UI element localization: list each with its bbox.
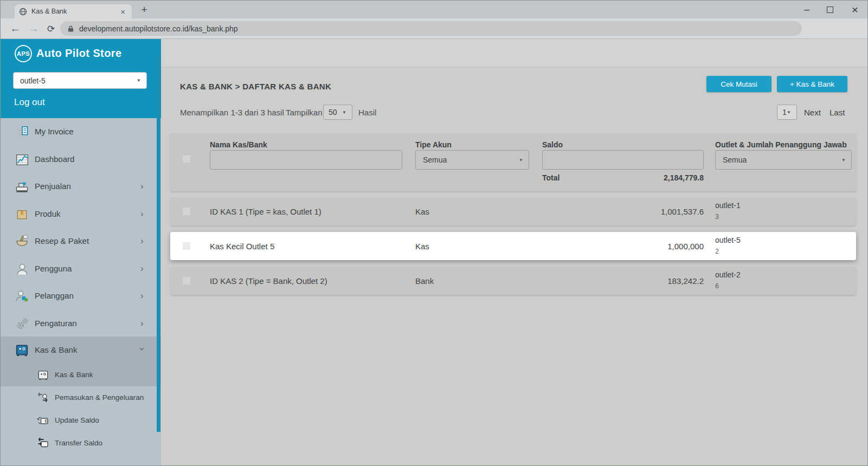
- chevron-down-icon: ›: [137, 347, 147, 351]
- caret-down-icon: ▼: [137, 78, 141, 83]
- row-checkbox[interactable]: [183, 242, 190, 250]
- row-checkbox[interactable]: [183, 208, 190, 215]
- sidebar-item-kas-bank[interactable]: Kas & Bank ›: [1, 336, 161, 364]
- forward-button[interactable]: →: [25, 21, 42, 37]
- tipe-filter-select[interactable]: Semua ▼: [415, 150, 529, 170]
- row-outlet: outlet-1: [715, 201, 741, 210]
- table-row-highlighted[interactable]: Kas Kecil Outlet 5 Kas 1,000,000 outlet-…: [170, 232, 856, 260]
- safe-icon: [15, 343, 29, 358]
- window-restore-button[interactable]: [819, 1, 841, 18]
- sidebar-item-pelanggan[interactable]: Pelanggan ›: [1, 282, 161, 309]
- row-outlet: outlet-5: [715, 236, 741, 244]
- page-size-select[interactable]: 50 ▼: [323, 105, 352, 120]
- dashboard-chart-icon: [15, 152, 29, 167]
- row-jumlah: 6: [715, 282, 719, 290]
- tipe-filter-value: Semua: [423, 156, 519, 164]
- row-saldo: 183,242.2: [542, 276, 704, 286]
- lock-icon: [68, 25, 74, 33]
- wallet-transfer-icon: [36, 437, 49, 450]
- chevron-right-icon: ›: [140, 209, 144, 219]
- browser-tab[interactable]: Kas & Bank ×: [15, 4, 132, 18]
- safe-outline-icon: [36, 368, 49, 381]
- window-close-button[interactable]: ×: [844, 1, 866, 18]
- page-area: APS Auto Pilot Store outlet-5 ▼ Log out …: [1, 39, 867, 465]
- back-button[interactable]: ←: [7, 21, 23, 37]
- row-jumlah: 3: [715, 213, 719, 221]
- browser-toolbar: ← → ⟳ development.autopilotstore.co.id/k…: [1, 18, 867, 39]
- sidebar-item-label: Produk: [35, 209, 61, 218]
- address-bar[interactable]: development.autopilotstore.co.id/kas_ban…: [60, 21, 802, 36]
- total-value: 2,184,779.8: [542, 173, 704, 182]
- tampilkan-label: Tampilkan: [286, 108, 323, 117]
- brand-title: Auto Pilot Store: [36, 47, 122, 60]
- nama-filter-input[interactable]: [210, 150, 402, 170]
- submenu-item-pemasukan-pengeluaran[interactable]: Pemasukan & Pengeluaran: [1, 386, 161, 409]
- row-name: Kas Kecil Outlet 5: [210, 242, 274, 251]
- sidebar-item-pengaturan[interactable]: Pengaturan ›: [1, 310, 161, 337]
- content-top-strip: [161, 39, 867, 67]
- outlet-select[interactable]: outlet-5 ▼: [13, 72, 147, 89]
- caret-down-icon: ▼: [342, 110, 346, 115]
- sidebar-item-resep-paket[interactable]: Resep & Paket ›: [1, 228, 161, 255]
- sidebar-item-my-invoice[interactable]: My Invoice: [1, 118, 161, 145]
- row-checkbox[interactable]: [183, 277, 190, 284]
- outlet-column-header: Outlet & Jumlah Penanggung Jawab: [715, 140, 847, 149]
- submenu-item-label: Pemasukan & Pengeluaran: [55, 393, 144, 402]
- sidebar-scrollbar[interactable]: [157, 57, 160, 432]
- sidebar-item-penjualan[interactable]: Penjualan ›: [1, 173, 161, 200]
- row-name: ID KAS 2 (Tipe = Bank, Outlet 2): [210, 276, 327, 286]
- url-text: development.autopilotstore.co.id/kas_ban…: [79, 24, 238, 33]
- restore-icon: [827, 7, 833, 13]
- outlet-filter-select[interactable]: Semua ▼: [715, 150, 852, 170]
- sidebar-item-dashboard[interactable]: Dashboard: [1, 146, 161, 173]
- breadcrumb: KAS & BANK > DAFTAR KAS & BANK: [180, 82, 331, 91]
- row-tipe: Kas: [415, 242, 429, 251]
- sidebar: APS Auto Pilot Store outlet-5 ▼ Log out …: [1, 39, 161, 465]
- main-content: KAS & BANK > DAFTAR KAS & BANK Cek Mutas…: [161, 39, 867, 465]
- outlet-select-value: outlet-5: [20, 76, 137, 85]
- customer-icon: [15, 289, 29, 303]
- filter-panel: Nama Kas/Bank Tipe Akun Semua ▼ Saldo Ou…: [170, 133, 856, 191]
- select-all-checkbox[interactable]: [183, 155, 190, 163]
- page-number-value: 1: [782, 108, 787, 116]
- cek-mutasi-button[interactable]: Cek Mutasi: [706, 76, 771, 92]
- chevron-right-icon: ›: [140, 290, 144, 301]
- table-row[interactable]: ID KAS 2 (Tipe = Bank, Outlet 2) Bank 18…: [170, 267, 856, 295]
- submenu-item-update-saldo[interactable]: Update Saldo: [1, 409, 161, 432]
- nama-column-header: Nama Kas/Bank: [210, 140, 267, 149]
- aps-logo: APS: [15, 45, 32, 62]
- in-out-arrows-icon: [36, 391, 49, 404]
- submenu-item-kas-bank[interactable]: Kas & Bank: [1, 364, 161, 386]
- sidebar-item-label: Pengguna: [35, 264, 72, 273]
- submenu-item-label: Update Saldo: [55, 416, 99, 424]
- reload-button[interactable]: ⟳: [43, 21, 59, 37]
- wallet-refresh-icon: [36, 414, 49, 427]
- row-name: ID KAS 1 (Tipe = kas, Outlet 1): [210, 207, 322, 216]
- browser-titlebar: Kas & Bank × + – ×: [1, 1, 867, 18]
- table-row[interactable]: ID KAS 1 (Tipe = kas, Outlet 1) Kas 1,00…: [170, 197, 856, 225]
- invoice-icon: [15, 125, 29, 139]
- last-page-link[interactable]: Last: [830, 108, 845, 117]
- row-saldo: 1,000,000: [542, 242, 704, 251]
- tipe-column-header: Tipe Akun: [415, 140, 452, 149]
- add-kas-bank-button[interactable]: + Kas & Bank: [777, 76, 847, 92]
- sidebar-item-label: Pelanggan: [35, 291, 74, 300]
- sidebar-item-produk[interactable]: Produk ›: [1, 200, 161, 228]
- page-number-select[interactable]: 1 ▼: [777, 105, 797, 120]
- sidebar-item-pengguna[interactable]: Pengguna ›: [1, 255, 161, 282]
- sidebar-item-label: Resep & Paket: [35, 236, 89, 245]
- tab-close-icon[interactable]: ×: [118, 7, 127, 16]
- window-minimize-button[interactable]: –: [796, 1, 818, 18]
- new-tab-button[interactable]: +: [137, 3, 151, 17]
- logout-link[interactable]: Log out: [14, 97, 45, 108]
- next-page-link[interactable]: Next: [804, 108, 821, 117]
- gears-icon: [15, 316, 29, 331]
- submenu-item-transfer-saldo[interactable]: Transfer Saldo: [1, 432, 161, 455]
- saldo-filter-input[interactable]: [542, 150, 704, 170]
- page-size-value: 50: [329, 108, 342, 116]
- hasil-label: Hasil: [358, 108, 376, 117]
- row-saldo: 1,001,537.6: [542, 207, 704, 216]
- submenu-item-label: Transfer Saldo: [55, 439, 102, 447]
- caret-down-icon: ▼: [787, 110, 791, 115]
- user-icon: [15, 262, 29, 276]
